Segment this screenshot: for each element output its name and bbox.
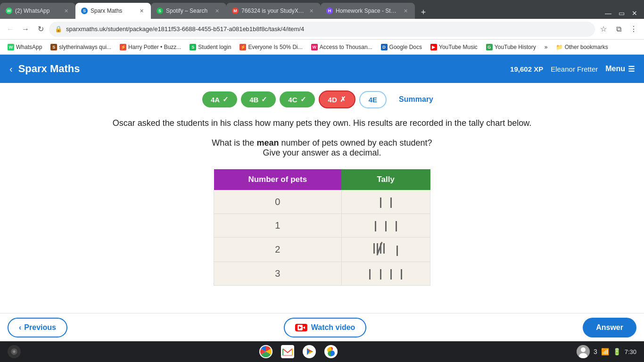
tab-whatsapp[interactable]: W (2) WhatsApp ✕ bbox=[0, 3, 75, 19]
nav-right: ☆ ⧉ ⋮ bbox=[597, 23, 640, 36]
bookmark-more-chevron[interactable]: » bbox=[541, 43, 552, 51]
tab-spotify[interactable]: S Spotify – Search ✕ bbox=[151, 3, 226, 19]
tab-gmail-close[interactable]: ✕ bbox=[307, 7, 315, 15]
col-number-pets-header: Number of pets bbox=[214, 169, 342, 190]
tally-marks-2 bbox=[372, 244, 399, 256]
gmail-taskbar-icon[interactable] bbox=[281, 345, 295, 359]
answer-label: Answer bbox=[596, 323, 623, 331]
browser-chrome: W (2) WhatsApp ✕ S Sparx Maths ✕ S Spoti… bbox=[0, 0, 644, 55]
tab-search-button[interactable]: ⧉ bbox=[612, 23, 625, 36]
playstore-taskbar-icon[interactable] bbox=[302, 345, 316, 359]
bookmark-studentlogin-label: Student login bbox=[198, 44, 231, 50]
tab-spotify-close[interactable]: ✕ bbox=[213, 7, 221, 15]
table-row: 0 bbox=[214, 190, 430, 214]
bookmark-whatsapp[interactable]: W WhatsApp bbox=[4, 43, 46, 51]
tally-table: Number of pets Tally 0 bbox=[214, 169, 430, 286]
bookmark-whatsapp-icon: W bbox=[8, 44, 14, 50]
more-button[interactable]: ⋮ bbox=[627, 23, 640, 36]
bookmark-slytherin[interactable]: S slytherinalways qui... bbox=[47, 43, 115, 51]
app-header: ‹ Sparx Maths 19,602 XP Eleanor Fretter … bbox=[0, 55, 644, 83]
step-4d-x: ✗ bbox=[340, 95, 346, 104]
forward-button[interactable]: → bbox=[19, 23, 32, 36]
whatsapp-favicon: W bbox=[6, 8, 12, 14]
user-avatar-taskbar bbox=[577, 345, 590, 358]
back-button[interactable]: ← bbox=[4, 23, 17, 36]
question-text-1: Oscar asked the students in his class ho… bbox=[28, 117, 616, 130]
taskbar-left bbox=[8, 345, 21, 358]
spotify-favicon: S bbox=[157, 8, 163, 14]
bookmark-harrypotter-icon: ⚡ bbox=[120, 44, 126, 50]
step-4c-check: ✓ bbox=[300, 95, 306, 104]
step-4e-label: 4E bbox=[369, 96, 377, 104]
photos-icon-svg bbox=[324, 345, 338, 358]
wifi-icon: 📶 bbox=[601, 348, 609, 355]
menu-button[interactable]: Menu ☰ bbox=[605, 65, 635, 74]
tab-sparx[interactable]: S Sparx Maths ✕ bbox=[75, 3, 151, 19]
step-4d[interactable]: 4D ✗ bbox=[319, 90, 355, 108]
bookmark-youtubemusic-icon: ▶ bbox=[430, 44, 437, 50]
play-icon bbox=[297, 325, 305, 330]
reload-button[interactable]: ↻ bbox=[34, 23, 47, 36]
bookmark-button[interactable]: ☆ bbox=[597, 23, 610, 36]
previous-label: Previous bbox=[24, 323, 56, 332]
camera-svg bbox=[10, 348, 18, 355]
minimize-button[interactable]: — bbox=[603, 8, 614, 19]
chrome-taskbar-icon[interactable] bbox=[259, 345, 273, 359]
bookmark-studentlogin-icon: S bbox=[190, 44, 196, 50]
tab-gmail-title: 766324 is your StudyX verific... bbox=[241, 8, 305, 14]
pets-count-0: 0 bbox=[214, 190, 342, 214]
bookmark-access[interactable]: W Access to Thousan... bbox=[307, 43, 376, 51]
playstore-icon-svg bbox=[303, 345, 316, 358]
avatar-icon bbox=[577, 345, 590, 358]
tab-sparx-close[interactable]: ✕ bbox=[138, 7, 145, 15]
bookmark-youtubemusic[interactable]: ▶ YouTube Music bbox=[427, 43, 481, 51]
restore-button[interactable]: ▭ bbox=[616, 8, 627, 19]
photos-taskbar-icon[interactable] bbox=[324, 345, 338, 359]
bookmark-googledocs[interactable]: D Google Docs bbox=[377, 43, 426, 51]
step-4a-label: 4A bbox=[211, 96, 220, 104]
tab-studyx-close[interactable]: ✕ bbox=[402, 7, 409, 15]
bookmark-everyone[interactable]: ⚡ Everyone Is 50% Di... bbox=[236, 43, 306, 51]
step-4e[interactable]: 4E bbox=[359, 91, 387, 108]
answer-button[interactable]: Answer bbox=[583, 318, 636, 337]
clock-display: 7:30 bbox=[625, 348, 636, 355]
previous-button[interactable]: ‹ Previous bbox=[8, 318, 67, 337]
sparx-favicon: S bbox=[81, 8, 88, 14]
bookmark-slytherin-icon: S bbox=[50, 44, 57, 50]
step-4d-label: 4D bbox=[328, 96, 337, 104]
step-summary-label: Summary bbox=[399, 95, 433, 104]
step-4c[interactable]: 4C ✓ bbox=[280, 91, 314, 107]
step-4a[interactable]: 4A ✓ bbox=[202, 91, 237, 107]
tab-studyx[interactable]: H Homework Space - StudyX ✕ bbox=[321, 3, 415, 19]
bookmark-harrypotter[interactable]: ⚡ Harry Potter • Buzz... bbox=[116, 43, 185, 51]
bookmark-studentlogin[interactable]: S Student login bbox=[186, 43, 235, 51]
bookmark-everyone-label: Everyone Is 50% Di... bbox=[248, 44, 302, 50]
battery-icon: 🔋 bbox=[613, 348, 621, 355]
back-nav-button[interactable]: ‹ bbox=[9, 64, 13, 74]
bookmark-youtubehistory[interactable]: G YouTube History bbox=[482, 43, 540, 51]
tab-gmail[interactable]: M 766324 is your StudyX verific... ✕ bbox=[226, 3, 321, 19]
app-header-right: 19,602 XP Eleanor Fretter Menu ☰ bbox=[510, 65, 635, 74]
svg-point-16 bbox=[581, 347, 586, 352]
bookmark-otherbookmarks[interactable]: 📁 Other bookmarks bbox=[552, 43, 611, 51]
address-bar[interactable]: 🔒 sparxmaths.uk/student/package/e1811f53… bbox=[49, 22, 595, 37]
step-4a-check: ✓ bbox=[223, 95, 229, 104]
step-4b-label: 4B bbox=[249, 96, 258, 104]
question-area: Oscar asked the students in his class ho… bbox=[0, 112, 644, 295]
tab-whatsapp-close[interactable]: ✕ bbox=[62, 7, 70, 15]
gmail-favicon: M bbox=[232, 8, 239, 14]
tab-bar: W (2) WhatsApp ✕ S Sparx Maths ✕ S Spoti… bbox=[0, 0, 644, 19]
user-name: Eleanor Fretter bbox=[551, 65, 598, 73]
steps-bar: 4A ✓ 4B ✓ 4C ✓ 4D ✗ 4E Summary bbox=[0, 83, 644, 112]
bookmark-everyone-icon: ⚡ bbox=[239, 44, 246, 50]
tally-0 bbox=[341, 190, 430, 214]
bottom-bar: ‹ Previous Watch video Answer bbox=[0, 313, 644, 341]
step-4b-check: ✓ bbox=[261, 95, 267, 104]
close-window-button[interactable]: ✕ bbox=[629, 8, 640, 19]
step-summary[interactable]: Summary bbox=[390, 91, 442, 107]
taskbar-center bbox=[259, 345, 338, 359]
watch-video-button[interactable]: Watch video bbox=[284, 318, 367, 337]
bookmark-googledocs-label: Google Docs bbox=[389, 44, 422, 50]
step-4b[interactable]: 4B ✓ bbox=[241, 91, 276, 107]
new-tab-button[interactable]: + bbox=[417, 6, 430, 19]
